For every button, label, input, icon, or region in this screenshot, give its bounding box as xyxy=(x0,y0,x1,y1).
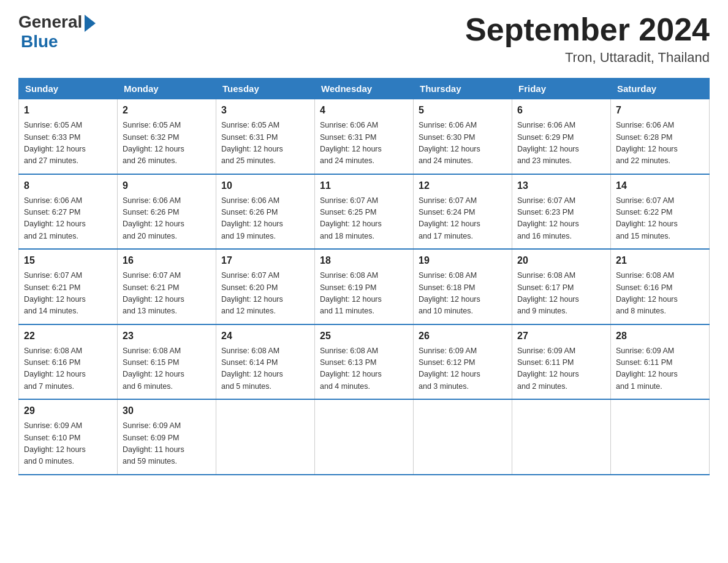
day-info: Sunrise: 6:07 AMSunset: 6:21 PMDaylight:… xyxy=(123,270,211,318)
header-sunday: Sunday xyxy=(19,79,118,99)
day-number: 27 xyxy=(517,329,605,343)
day-info: Sunrise: 6:06 AMSunset: 6:29 PMDaylight:… xyxy=(517,120,605,167)
day-number: 26 xyxy=(419,329,507,343)
calendar-cell: 13 Sunrise: 6:07 AMSunset: 6:23 PMDaylig… xyxy=(512,174,611,250)
calendar-cell: 17 Sunrise: 6:07 AMSunset: 6:20 PMDaylig… xyxy=(216,249,315,324)
calendar-cell: 4 Sunrise: 6:06 AMSunset: 6:31 PMDayligh… xyxy=(315,99,414,174)
day-info: Sunrise: 6:08 AMSunset: 6:18 PMDaylight:… xyxy=(419,270,507,318)
header-friday: Friday xyxy=(512,79,611,99)
day-info: Sunrise: 6:07 AMSunset: 6:21 PMDaylight:… xyxy=(24,270,112,318)
day-number: 21 xyxy=(616,253,704,268)
day-number: 8 xyxy=(24,178,112,193)
day-number: 17 xyxy=(221,253,309,268)
day-info: Sunrise: 6:09 AMSunset: 6:11 PMDaylight:… xyxy=(616,345,704,393)
calendar-cell: 27 Sunrise: 6:09 AMSunset: 6:11 PMDaylig… xyxy=(512,324,611,400)
day-info: Sunrise: 6:06 AMSunset: 6:26 PMDaylight:… xyxy=(123,195,211,243)
calendar-cell: 23 Sunrise: 6:08 AMSunset: 6:15 PMDaylig… xyxy=(118,324,216,400)
day-info: Sunrise: 6:07 AMSunset: 6:23 PMDaylight:… xyxy=(517,195,605,243)
day-number: 15 xyxy=(24,253,112,268)
page-header: General Blue September 2024 Tron, Uttara… xyxy=(18,12,710,66)
calendar-cell xyxy=(216,399,315,475)
calendar-cell: 12 Sunrise: 6:07 AMSunset: 6:24 PMDaylig… xyxy=(414,174,512,250)
calendar-cell: 10 Sunrise: 6:06 AMSunset: 6:26 PMDaylig… xyxy=(216,174,315,250)
calendar-cell: 28 Sunrise: 6:09 AMSunset: 6:11 PMDaylig… xyxy=(611,324,710,400)
title-area: September 2024 Tron, Uttaradit, Thailand xyxy=(465,12,710,66)
header-wednesday: Wednesday xyxy=(315,79,414,99)
logo: General Blue xyxy=(18,12,96,52)
calendar-cell: 18 Sunrise: 6:08 AMSunset: 6:19 PMDaylig… xyxy=(315,249,414,324)
calendar-body: 1 Sunrise: 6:05 AMSunset: 6:33 PMDayligh… xyxy=(19,99,710,475)
day-info: Sunrise: 6:08 AMSunset: 6:16 PMDaylight:… xyxy=(24,345,112,393)
calendar-cell: 9 Sunrise: 6:06 AMSunset: 6:26 PMDayligh… xyxy=(118,174,216,250)
calendar-cell: 26 Sunrise: 6:09 AMSunset: 6:12 PMDaylig… xyxy=(414,324,512,400)
day-info: Sunrise: 6:05 AMSunset: 6:31 PMDaylight:… xyxy=(221,120,309,167)
calendar-cell: 7 Sunrise: 6:06 AMSunset: 6:28 PMDayligh… xyxy=(611,99,710,174)
day-number: 6 xyxy=(517,103,605,118)
day-number: 28 xyxy=(616,329,704,343)
day-info: Sunrise: 6:09 AMSunset: 6:11 PMDaylight:… xyxy=(517,345,605,393)
day-info: Sunrise: 6:07 AMSunset: 6:20 PMDaylight:… xyxy=(221,270,309,318)
day-number: 14 xyxy=(616,178,704,193)
day-info: Sunrise: 6:07 AMSunset: 6:25 PMDaylight:… xyxy=(320,195,408,243)
day-number: 19 xyxy=(419,253,507,268)
day-info: Sunrise: 6:08 AMSunset: 6:13 PMDaylight:… xyxy=(320,345,408,393)
day-info: Sunrise: 6:09 AMSunset: 6:10 PMDaylight:… xyxy=(24,420,112,468)
logo-general-text: General xyxy=(18,12,82,32)
day-info: Sunrise: 6:09 AMSunset: 6:09 PMDaylight:… xyxy=(123,420,211,468)
day-info: Sunrise: 6:07 AMSunset: 6:24 PMDaylight:… xyxy=(419,195,507,243)
calendar-cell: 11 Sunrise: 6:07 AMSunset: 6:25 PMDaylig… xyxy=(315,174,414,250)
day-number: 11 xyxy=(320,178,408,193)
day-info: Sunrise: 6:07 AMSunset: 6:22 PMDaylight:… xyxy=(616,195,704,243)
day-number: 20 xyxy=(517,253,605,268)
calendar-cell: 3 Sunrise: 6:05 AMSunset: 6:31 PMDayligh… xyxy=(216,99,315,174)
day-info: Sunrise: 6:08 AMSunset: 6:19 PMDaylight:… xyxy=(320,270,408,318)
header-tuesday: Tuesday xyxy=(216,79,315,99)
calendar-cell xyxy=(512,399,611,475)
calendar-cell: 24 Sunrise: 6:08 AMSunset: 6:14 PMDaylig… xyxy=(216,324,315,400)
calendar-cell: 30 Sunrise: 6:09 AMSunset: 6:09 PMDaylig… xyxy=(118,399,216,475)
header-monday: Monday xyxy=(118,79,216,99)
day-number: 23 xyxy=(123,329,211,343)
calendar-cell: 19 Sunrise: 6:08 AMSunset: 6:18 PMDaylig… xyxy=(414,249,512,324)
calendar-cell: 14 Sunrise: 6:07 AMSunset: 6:22 PMDaylig… xyxy=(611,174,710,250)
location-subtitle: Tron, Uttaradit, Thailand xyxy=(465,50,710,66)
day-number: 2 xyxy=(123,103,211,118)
calendar-cell: 15 Sunrise: 6:07 AMSunset: 6:21 PMDaylig… xyxy=(19,249,118,324)
day-info: Sunrise: 6:05 AMSunset: 6:32 PMDaylight:… xyxy=(123,120,211,167)
calendar-cell: 21 Sunrise: 6:08 AMSunset: 6:16 PMDaylig… xyxy=(611,249,710,324)
day-info: Sunrise: 6:09 AMSunset: 6:12 PMDaylight:… xyxy=(419,345,507,393)
day-number: 29 xyxy=(24,404,112,418)
day-info: Sunrise: 6:08 AMSunset: 6:17 PMDaylight:… xyxy=(517,270,605,318)
day-number: 30 xyxy=(123,404,211,418)
day-number: 7 xyxy=(616,103,704,118)
header-thursday: Thursday xyxy=(414,79,512,99)
day-number: 3 xyxy=(221,103,309,118)
calendar-cell: 25 Sunrise: 6:08 AMSunset: 6:13 PMDaylig… xyxy=(315,324,414,400)
calendar-cell: 1 Sunrise: 6:05 AMSunset: 6:33 PMDayligh… xyxy=(19,99,118,174)
calendar-header: Sunday Monday Tuesday Wednesday Thursday… xyxy=(19,79,710,99)
calendar-cell: 22 Sunrise: 6:08 AMSunset: 6:16 PMDaylig… xyxy=(19,324,118,400)
day-number: 13 xyxy=(517,178,605,193)
day-number: 12 xyxy=(419,178,507,193)
day-number: 24 xyxy=(221,329,309,343)
calendar-cell: 2 Sunrise: 6:05 AMSunset: 6:32 PMDayligh… xyxy=(118,99,216,174)
day-number: 10 xyxy=(221,178,309,193)
calendar-cell: 20 Sunrise: 6:08 AMSunset: 6:17 PMDaylig… xyxy=(512,249,611,324)
month-year-title: September 2024 xyxy=(465,12,710,47)
day-info: Sunrise: 6:06 AMSunset: 6:31 PMDaylight:… xyxy=(320,120,408,167)
day-number: 4 xyxy=(320,103,408,118)
calendar-cell: 5 Sunrise: 6:06 AMSunset: 6:30 PMDayligh… xyxy=(414,99,512,174)
day-info: Sunrise: 6:08 AMSunset: 6:14 PMDaylight:… xyxy=(221,345,309,393)
header-saturday: Saturday xyxy=(611,79,710,99)
day-info: Sunrise: 6:06 AMSunset: 6:30 PMDaylight:… xyxy=(419,120,507,167)
day-info: Sunrise: 6:06 AMSunset: 6:28 PMDaylight:… xyxy=(616,120,704,167)
calendar-cell: 29 Sunrise: 6:09 AMSunset: 6:10 PMDaylig… xyxy=(19,399,118,475)
day-info: Sunrise: 6:08 AMSunset: 6:15 PMDaylight:… xyxy=(123,345,211,393)
logo-blue-text: Blue xyxy=(21,32,58,52)
logo-arrow-icon xyxy=(85,15,96,32)
calendar-table: Sunday Monday Tuesday Wednesday Thursday… xyxy=(18,78,710,475)
calendar-cell: 8 Sunrise: 6:06 AMSunset: 6:27 PMDayligh… xyxy=(19,174,118,250)
day-number: 9 xyxy=(123,178,211,193)
day-number: 25 xyxy=(320,329,408,343)
calendar-cell: 6 Sunrise: 6:06 AMSunset: 6:29 PMDayligh… xyxy=(512,99,611,174)
